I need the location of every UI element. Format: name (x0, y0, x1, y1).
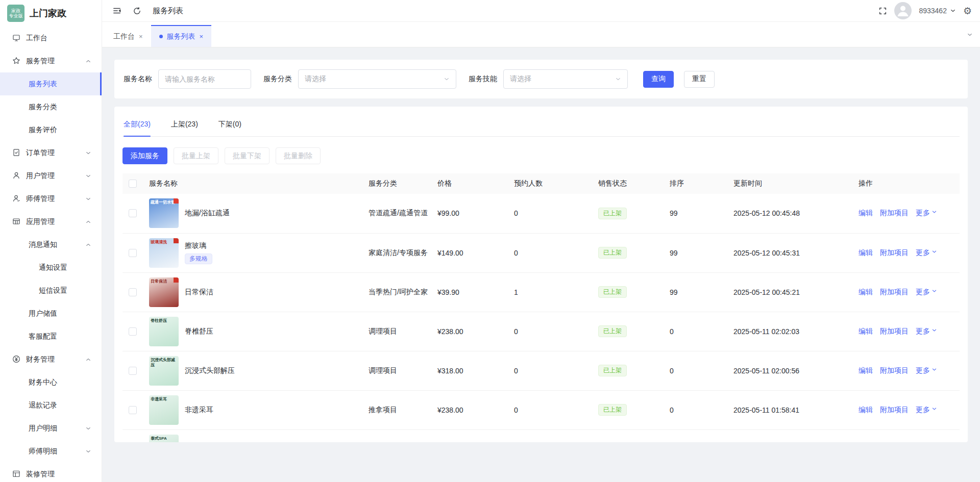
fullscreen-icon[interactable] (878, 7, 887, 15)
addon-items-link[interactable]: 附加项目 (880, 366, 909, 374)
service-thumbnail[interactable]: 疏通一切水管 (149, 198, 179, 228)
more-dropdown-link[interactable]: 更多 (916, 248, 937, 257)
status-tab-上架(23)[interactable]: 上架(23) (171, 115, 198, 136)
select-all-checkbox[interactable] (129, 180, 137, 188)
row-checkbox-cell (122, 233, 145, 272)
sale-status-cell: 已上架 (594, 272, 666, 312)
service-category-select[interactable]: 请选择 (298, 69, 456, 89)
sidebar-item-通知设置[interactable]: 通知设置 (0, 256, 102, 279)
status-badge: 已上架 (598, 286, 627, 298)
row-checkbox[interactable] (129, 288, 137, 296)
sidebar-item-应用管理[interactable]: 应用管理 (0, 210, 102, 233)
sidebar-item-短信设置[interactable]: 短信设置 (0, 279, 102, 302)
edit-link[interactable]: 编辑 (859, 248, 873, 257)
service-thumbnail[interactable]: 沉浸式头部减压 (149, 356, 179, 386)
more-dropdown-link[interactable]: 更多 (916, 405, 937, 414)
edit-link[interactable]: 编辑 (859, 366, 873, 374)
batch-delete-button[interactable]: 批量删除 (276, 147, 321, 164)
page-tab-工作台[interactable]: 工作台× (105, 25, 151, 47)
booking-count: 0 (510, 351, 594, 390)
sidebar-item-客服配置[interactable]: 客服配置 (0, 325, 102, 348)
service-name-cell: 日常保洁日常保洁 (145, 272, 364, 312)
more-dropdown-link[interactable]: 更多 (916, 209, 937, 217)
more-dropdown-link[interactable]: 更多 (916, 327, 937, 335)
promo-badge (174, 198, 179, 204)
refresh-icon[interactable] (133, 7, 141, 15)
batch-off-shelf-button[interactable]: 批量下架 (225, 147, 270, 164)
sidebar-item-服务分类[interactable]: 服务分类 (0, 95, 102, 118)
app-name: 上门家政 (30, 7, 66, 19)
service-name-cell: 泰式SPA泰式SPA (145, 429, 364, 442)
row-checkbox[interactable] (129, 209, 137, 217)
service-thumbnail[interactable]: 玻璃清洗 (149, 238, 179, 268)
close-tab-icon[interactable]: × (139, 33, 143, 40)
sidebar-item-订单管理[interactable]: 订单管理 (0, 141, 102, 164)
edit-link[interactable]: 编辑 (859, 327, 873, 335)
edit-link[interactable]: 编辑 (859, 288, 873, 296)
service-thumbnail[interactable]: 泰式SPA (149, 435, 179, 443)
service-name-label: 服务名称 (124, 74, 152, 84)
document-check-icon (12, 148, 21, 157)
user-menu[interactable]: 8933462 (919, 7, 956, 15)
chevron-down-icon (932, 327, 937, 333)
sidebar-item-用户管理[interactable]: 用户管理 (0, 164, 102, 187)
row-checkbox[interactable] (129, 249, 137, 257)
service-thumbnail[interactable]: 日常保洁 (149, 277, 179, 307)
add-service-button[interactable]: 添加服务 (122, 147, 167, 164)
sidebar-item-工作台[interactable]: 工作台 (0, 27, 102, 49)
service-category: 推拿项目 (364, 429, 433, 442)
reset-button[interactable]: 重置 (684, 71, 715, 88)
sidebar-item-退款记录[interactable]: 退款记录 (0, 394, 102, 417)
sidebar-item-用户储值[interactable]: 用户储值 (0, 302, 102, 325)
edit-link[interactable]: 编辑 (859, 405, 873, 414)
close-tab-icon[interactable]: × (200, 33, 204, 40)
addon-items-link[interactable]: 附加项目 (880, 248, 909, 257)
row-checkbox-cell (122, 351, 145, 390)
status-tab-下架(0)[interactable]: 下架(0) (218, 115, 241, 136)
sidebar-item-消息通知[interactable]: 消息通知 (0, 233, 102, 256)
updated-time: 2025-05-12 00:45:31 (729, 233, 854, 272)
sort-order: 99 (666, 194, 729, 233)
status-tab-全部(23)[interactable]: 全部(23) (124, 115, 151, 136)
sidebar-item-label: 用户管理 (26, 171, 55, 181)
addon-items-link[interactable]: 附加项目 (880, 209, 909, 217)
sidebar-item-用户明细[interactable]: 用户明细 (0, 417, 102, 440)
batch-on-shelf-button[interactable]: 批量上架 (174, 147, 218, 164)
sidebar-item-财务管理[interactable]: 财务管理 (0, 348, 102, 371)
row-actions: 编辑附加项目更多 (854, 351, 960, 390)
addon-items-link[interactable]: 附加项目 (880, 405, 909, 414)
sidebar-item-服务列表[interactable]: 服务列表 (0, 72, 102, 95)
service-thumbnail[interactable]: 非遗采耳 (149, 395, 179, 425)
service-name-input[interactable] (158, 69, 251, 89)
row-checkbox-cell (122, 429, 145, 442)
page-tab-服务列表[interactable]: 服务列表× (151, 25, 212, 47)
sidebar-item-师傅管理[interactable]: 师傅管理 (0, 187, 102, 210)
sidebar-item-服务评价[interactable]: 服务评价 (0, 118, 102, 141)
more-dropdown-link[interactable]: 更多 (916, 366, 937, 374)
settings-gear-icon[interactable]: ⚙ (963, 6, 972, 16)
service-thumbnail[interactable]: 脊柱舒压 (149, 317, 179, 346)
row-actions: 编辑附加项目更多 (854, 194, 960, 233)
service-price: ¥238.00 (433, 312, 510, 351)
sidebar-item-服务管理[interactable]: 服务管理 (0, 49, 102, 72)
sale-status-cell: 已上架 (594, 194, 666, 233)
chevron-down-icon (615, 76, 621, 82)
service-name: 沉浸式头部解压 (185, 366, 235, 375)
filter-panel: 服务名称 服务分类 请选择 服务技能 请选择 查询 重置 (114, 60, 968, 98)
addon-items-link[interactable]: 附加项目 (880, 288, 909, 296)
sidebar-item-财务中心[interactable]: 财务中心 (0, 371, 102, 394)
addon-items-link[interactable]: 附加项目 (880, 327, 909, 335)
chevron-up-icon (85, 219, 91, 225)
search-button[interactable]: 查询 (643, 71, 674, 88)
row-checkbox[interactable] (129, 367, 137, 375)
menu-fold-icon[interactable] (112, 6, 121, 15)
service-skill-select[interactable]: 请选择 (503, 69, 628, 89)
tabs-dropdown-chevron-icon[interactable] (967, 32, 973, 38)
more-dropdown-link[interactable]: 更多 (916, 288, 937, 296)
edit-link[interactable]: 编辑 (859, 209, 873, 217)
sidebar-item-装修管理[interactable]: 装修管理 (0, 463, 102, 482)
row-checkbox[interactable] (129, 327, 137, 336)
sidebar-item-师傅明细[interactable]: 师傅明细 (0, 440, 102, 463)
status-badge: 已上架 (598, 365, 627, 376)
row-checkbox[interactable] (129, 406, 137, 414)
